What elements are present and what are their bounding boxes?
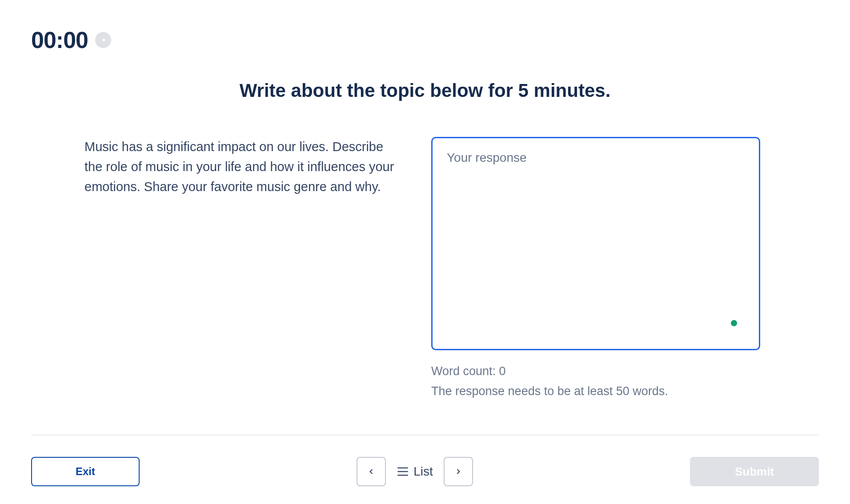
word-count-label: Word count: 0 xyxy=(431,364,760,378)
chevron-right-icon xyxy=(454,467,463,476)
submit-button[interactable]: Submit xyxy=(690,457,819,486)
response-section: Word count: 0 The response needs to be a… xyxy=(431,137,760,398)
textarea-wrapper xyxy=(431,137,760,352)
response-input[interactable] xyxy=(431,137,760,350)
footer: Exit List Submit xyxy=(31,435,819,486)
prompt-section: Music has a significant impact on our li… xyxy=(84,137,405,398)
exit-button[interactable]: Exit xyxy=(31,457,140,486)
status-indicator-dot xyxy=(731,320,737,326)
list-button-label: List xyxy=(413,464,433,479)
instruction-heading: Write about the topic below for 5 minute… xyxy=(31,80,819,101)
prev-button[interactable] xyxy=(357,457,386,486)
list-icon xyxy=(397,467,409,476)
nav-section: List xyxy=(357,457,473,486)
exit-button-label: Exit xyxy=(76,465,95,478)
list-button[interactable]: List xyxy=(397,464,433,479)
prompt-text: Music has a significant impact on our li… xyxy=(84,137,405,197)
play-button[interactable] xyxy=(95,32,111,48)
next-button[interactable] xyxy=(444,457,473,486)
play-icon xyxy=(101,37,107,43)
timer-display: 00:00 xyxy=(31,27,88,53)
content-area: Music has a significant impact on our li… xyxy=(31,137,819,398)
timer-row: 00:00 xyxy=(31,27,819,53)
min-words-hint: The response needs to be at least 50 wor… xyxy=(431,384,760,398)
chevron-left-icon xyxy=(367,467,376,476)
submit-button-label: Submit xyxy=(735,465,774,479)
